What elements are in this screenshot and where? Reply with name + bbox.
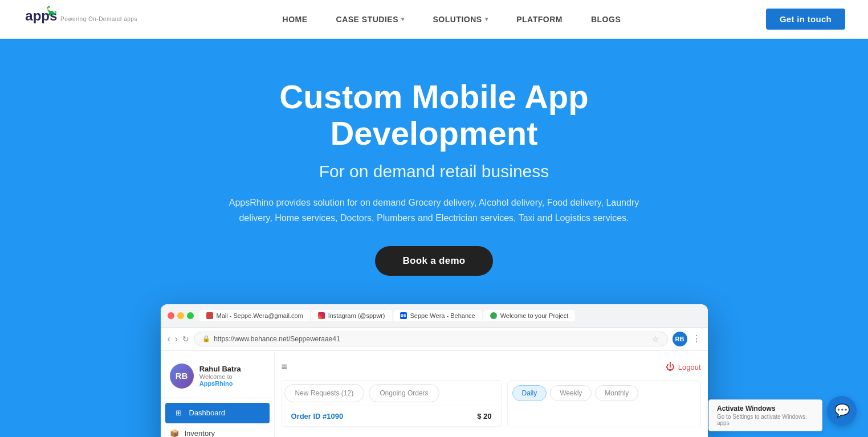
browser-tab-project[interactable]: Welcome to your Project <box>483 310 576 321</box>
ongoing-orders-tab[interactable]: Ongoing Orders <box>369 384 439 402</box>
user-welcome-text: Welcome to AppsRhino <box>199 373 265 387</box>
dashboard-content: RB Rahul Batra Welcome to AppsRhino ⊞ <box>161 351 708 437</box>
order-row: Order ID #1090 $ 20 <box>282 406 501 427</box>
hero-subtitle: For on demand retail business <box>319 162 549 181</box>
minimize-window-dot[interactable] <box>177 312 184 319</box>
orders-panel: New Requests (12) Ongoing Orders Order I… <box>282 380 502 427</box>
windows-toast-title: Activate Windows <box>717 405 814 413</box>
get-in-touch-button[interactable]: Get in touch <box>766 9 845 30</box>
main-dashboard-area: ≡ ⏻ Logout New Requests (12) Ongoing Ord… <box>275 351 708 437</box>
back-button[interactable]: ‹ <box>168 334 170 344</box>
lock-icon: 🔒 <box>202 335 210 342</box>
reload-button[interactable]: ↻ <box>182 334 189 344</box>
browser-topbar: Mail - Seppe.Wera@gmail.com Instagram (@… <box>161 304 708 328</box>
orders-section: New Requests (12) Ongoing Orders Order I… <box>282 380 701 427</box>
sidebar-item-inventory[interactable]: 📦 Inventory <box>161 423 274 437</box>
project-tab-icon <box>490 312 497 319</box>
logo-icon: apps 🦕 <box>23 5 57 34</box>
star-icon[interactable]: ☆ <box>652 334 659 344</box>
maximize-window-dot[interactable] <box>187 312 194 319</box>
appsrhino-link[interactable]: AppsRhino <box>199 380 233 387</box>
browser-window-controls <box>168 312 194 319</box>
stats-time-tabs: Daily Weekly Monthly <box>512 385 696 401</box>
weekly-tab[interactable]: Weekly <box>550 385 592 401</box>
user-details: Rahul Batra Welcome to AppsRhino <box>199 365 265 387</box>
chat-widget[interactable]: 💬 <box>827 396 857 426</box>
hero-section: Custom Mobile App Development For on dem… <box>0 39 868 437</box>
dashboard-icon: ⊞ <box>174 409 184 418</box>
browser-nav-bar: ‹ › ↻ 🔒 https://www.behance.net/Seppewer… <box>161 328 708 351</box>
inventory-icon: 📦 <box>170 429 179 437</box>
nav-solutions[interactable]: SOLUTIONS ▾ <box>433 15 488 24</box>
instagram-tab-icon <box>318 312 325 319</box>
browser-tab-mail[interactable]: Mail - Seppe.Wera@gmail.com <box>199 310 310 321</box>
navbar: apps 🦕 Powering On-Demand apps HOME CASE… <box>0 0 868 39</box>
sidebar: RB Rahul Batra Welcome to AppsRhino ⊞ <box>161 351 275 437</box>
svg-text:🦕: 🦕 <box>46 5 57 16</box>
solutions-dropdown-arrow: ▾ <box>485 16 488 22</box>
sidebar-menu: ⊞ Dashboard 📦 Inventory <box>161 398 274 437</box>
hero-description: AppsRhino provides solution for on deman… <box>229 195 639 226</box>
nav-home[interactable]: HOME <box>283 15 308 24</box>
address-bar[interactable]: 🔒 https://www.behance.net/Seppeweraae41 … <box>194 332 667 346</box>
new-requests-tab[interactable]: New Requests (12) <box>284 384 365 402</box>
orders-tabs: New Requests (12) Ongoing Orders <box>282 381 501 406</box>
browser-user-avatar: RB <box>673 332 687 346</box>
nav-platform[interactable]: PLATFORM <box>516 15 563 24</box>
order-id: Order ID #1090 <box>291 412 344 420</box>
dashboard-header: ≡ ⏻ Logout <box>282 358 701 380</box>
behance-tab-icon: Bē <box>400 312 407 319</box>
hamburger-menu[interactable]: ≡ <box>282 361 288 373</box>
user-avatar: RB <box>170 364 194 389</box>
mail-tab-icon <box>206 312 213 319</box>
logo-tagline: Powering On-Demand apps <box>60 16 137 22</box>
monthly-tab[interactable]: Monthly <box>595 385 638 401</box>
stats-panel: Daily Weekly Monthly <box>507 380 701 427</box>
windows-activation-toast: Activate Windows Go to Settings to activ… <box>708 399 822 431</box>
logout-icon: ⏻ <box>666 362 675 372</box>
browser-menu-icon[interactable]: ⋮ <box>692 333 701 344</box>
close-window-dot[interactable] <box>168 312 174 319</box>
browser-tab-behance[interactable]: Bē Seppe Wera - Behance <box>393 310 482 321</box>
case-studies-dropdown-arrow: ▾ <box>401 16 405 22</box>
daily-tab[interactable]: Daily <box>512 385 547 401</box>
sidebar-item-dashboard[interactable]: ⊞ Dashboard <box>165 403 270 423</box>
nav-case-studies[interactable]: CASE STUDIES ▾ <box>336 15 405 24</box>
browser-mockup: Mail - Seppe.Wera@gmail.com Instagram (@… <box>161 304 708 437</box>
logo-text: Powering On-Demand apps <box>60 16 137 22</box>
main-nav: HOME CASE STUDIES ▾ SOLUTIONS ▾ PLATFORM… <box>137 15 766 24</box>
book-demo-button[interactable]: Book a demo <box>375 246 492 276</box>
chat-icon: 💬 <box>834 403 850 418</box>
user-name: Rahul Batra <box>199 365 265 373</box>
browser-tabs: Mail - Seppe.Wera@gmail.com Instagram (@… <box>199 310 701 321</box>
logo[interactable]: apps 🦕 Powering On-Demand apps <box>23 5 137 34</box>
order-price: $ 20 <box>477 412 491 420</box>
sidebar-user-info: RB Rahul Batra Welcome to AppsRhino <box>161 357 274 398</box>
logout-button[interactable]: ⏻ Logout <box>666 362 701 372</box>
hero-title: Custom Mobile App Development <box>178 79 691 152</box>
browser-window: Mail - Seppe.Wera@gmail.com Instagram (@… <box>161 304 708 437</box>
windows-toast-subtitle: Go to Settings to activate Windows. apps <box>717 414 814 426</box>
nav-blogs[interactable]: BLOGS <box>591 15 621 24</box>
browser-tab-instagram[interactable]: Instagram (@sppwr) <box>311 310 392 321</box>
forward-button[interactable]: › <box>175 334 178 344</box>
